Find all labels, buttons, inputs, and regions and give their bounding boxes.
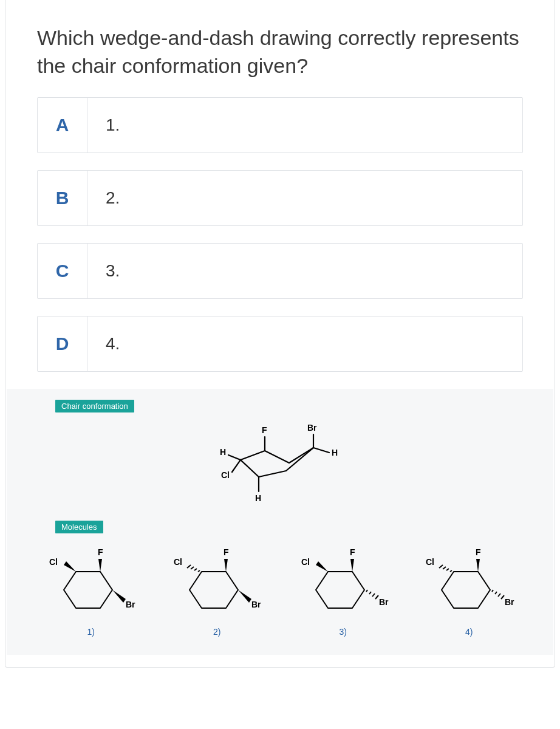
svg-line-89 bbox=[439, 565, 443, 568]
molecule-number: 4) bbox=[409, 627, 530, 637]
atom-f: F bbox=[476, 547, 481, 557]
atom-f: F bbox=[350, 547, 355, 557]
molecule-number: 3) bbox=[283, 627, 403, 637]
atom-f: F bbox=[262, 425, 267, 435]
option-letter: A bbox=[38, 98, 87, 152]
svg-line-86 bbox=[450, 570, 452, 572]
option-letter: B bbox=[38, 171, 87, 225]
atom-h: H bbox=[332, 448, 338, 457]
atom-cl: Cl bbox=[426, 557, 434, 567]
atom-br: Br bbox=[126, 600, 135, 609]
molecules-tag: Molecules bbox=[55, 521, 103, 533]
svg-marker-70 bbox=[190, 572, 238, 608]
answer-options: A 1. B 2. C 3. D 4. bbox=[5, 97, 555, 372]
svg-marker-85 bbox=[476, 559, 480, 572]
molecule-3: F Cl Br 3) bbox=[283, 544, 403, 637]
question-text: Which wedge-and-dash drawing correctly r… bbox=[5, 0, 555, 97]
chair-tag: Chair conformation bbox=[55, 400, 134, 412]
svg-marker-77 bbox=[316, 572, 364, 608]
svg-marker-66 bbox=[64, 572, 112, 608]
molecules-tag-row: Molecules bbox=[31, 521, 529, 533]
atom-br: Br bbox=[379, 597, 389, 607]
option-label: 4. bbox=[87, 317, 522, 371]
svg-line-92 bbox=[498, 594, 500, 597]
atom-f: F bbox=[98, 547, 103, 557]
option-letter: C bbox=[38, 244, 87, 298]
molecules-row: F Cl Br 1) bbox=[31, 544, 529, 637]
svg-rect-59 bbox=[210, 417, 350, 508]
question-card: Which wedge-and-dash drawing correctly r… bbox=[5, 0, 555, 668]
svg-marker-67 bbox=[98, 559, 102, 572]
svg-line-72 bbox=[198, 570, 200, 572]
svg-line-83 bbox=[375, 595, 378, 599]
molecule-1: F Cl Br 1) bbox=[31, 544, 151, 637]
svg-line-73 bbox=[194, 569, 197, 570]
molecule-number: 1) bbox=[31, 627, 151, 637]
option-label: 1. bbox=[87, 98, 522, 152]
atom-h: H bbox=[255, 493, 261, 503]
svg-marker-71 bbox=[224, 559, 228, 572]
option-d[interactable]: D 4. bbox=[37, 316, 523, 372]
option-a[interactable]: A 1. bbox=[37, 97, 523, 153]
molecule-number: 2) bbox=[157, 627, 278, 637]
svg-marker-84 bbox=[442, 572, 490, 608]
option-letter: D bbox=[38, 317, 87, 371]
svg-marker-69 bbox=[112, 590, 126, 603]
option-b[interactable]: B 2. bbox=[37, 170, 523, 226]
diagram-area: Chair conformation bbox=[7, 389, 553, 655]
svg-line-87 bbox=[446, 569, 449, 570]
atom-br: Br bbox=[505, 597, 514, 607]
svg-marker-78 bbox=[350, 559, 354, 572]
atom-cl: Cl bbox=[49, 557, 58, 567]
atom-f: F bbox=[224, 547, 229, 557]
svg-line-75 bbox=[187, 565, 191, 568]
option-c[interactable]: C 3. bbox=[37, 243, 523, 299]
molecule-2: F Cl Br 2) bbox=[157, 544, 278, 637]
svg-line-81 bbox=[369, 592, 371, 594]
svg-marker-76 bbox=[238, 590, 251, 603]
atom-cl: Cl bbox=[174, 557, 182, 567]
chair-diagram: F Br H H Cl H bbox=[31, 417, 529, 508]
atom-br: Br bbox=[307, 423, 317, 433]
atom-h: H bbox=[220, 447, 226, 457]
option-label: 2. bbox=[87, 171, 522, 225]
svg-line-74 bbox=[191, 567, 194, 569]
svg-line-88 bbox=[443, 567, 446, 569]
svg-line-90 bbox=[492, 590, 493, 592]
atom-cl: Cl bbox=[221, 470, 230, 480]
svg-marker-79 bbox=[316, 561, 328, 572]
atom-br: Br bbox=[251, 600, 261, 609]
svg-line-93 bbox=[501, 595, 504, 599]
molecule-4: F Cl Br 4) bbox=[409, 544, 530, 637]
svg-line-80 bbox=[366, 590, 367, 592]
svg-line-91 bbox=[495, 592, 497, 594]
chair-tag-row: Chair conformation bbox=[31, 400, 529, 412]
option-label: 3. bbox=[87, 244, 522, 298]
svg-line-82 bbox=[372, 594, 375, 597]
atom-cl: Cl bbox=[301, 557, 310, 567]
svg-marker-68 bbox=[64, 561, 76, 572]
